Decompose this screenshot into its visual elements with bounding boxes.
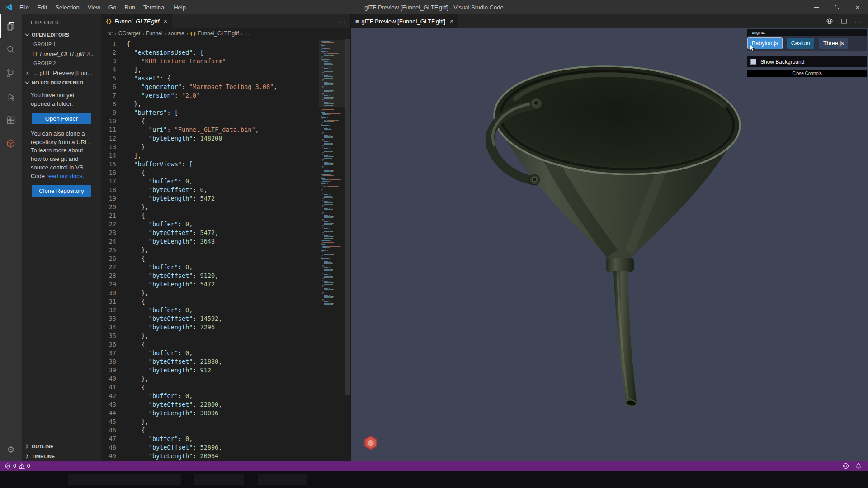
inspector-globe-icon[interactable] (826, 17, 834, 25)
code-line[interactable]: "buffer": 0, (127, 220, 350, 229)
line-number[interactable]: 31 (101, 297, 116, 306)
show-background-row[interactable]: Show Background (747, 56, 867, 67)
line-number[interactable]: 23 (101, 229, 116, 237)
menu-help[interactable]: Help (170, 0, 190, 14)
code-line[interactable]: { (127, 169, 350, 177)
code-line[interactable]: "buffer": 0, (127, 392, 350, 400)
code-line[interactable]: "buffer": 0, (127, 435, 350, 443)
notifications-bell-icon[interactable] (855, 463, 862, 469)
activitybar-source-control[interactable] (0, 61, 22, 85)
line-number[interactable]: 40 (101, 375, 116, 383)
line-number[interactable]: 49 (101, 452, 116, 460)
breadcrumb-item[interactable]: CGtarget (118, 30, 141, 37)
code-line[interactable]: "byteLength": 148200 (127, 134, 350, 143)
activitybar-gltf-tools[interactable] (0, 132, 22, 155)
split-editor-icon[interactable] (840, 17, 848, 25)
close-window-button[interactable]: × (847, 0, 868, 14)
line-number[interactable]: 21 (101, 211, 116, 220)
breadcrumb[interactable]: x:›CGtarget›Funnel›sourse›{}Funnel_GLTF.… (101, 28, 350, 39)
code-line[interactable]: "byteLength": 20064 (127, 452, 350, 460)
windows-taskbar[interactable] (0, 471, 868, 488)
engine-button-cesium[interactable]: Cesium (787, 38, 814, 49)
code-line[interactable]: { (127, 426, 350, 435)
activitybar-extensions[interactable] (0, 108, 22, 132)
code-line[interactable]: }, (127, 246, 350, 254)
code-line[interactable]: "byteLength": 30096 (127, 409, 350, 418)
code-line[interactable]: "byteOffset": 0, (127, 186, 350, 194)
close-controls-button[interactable]: Close Controls (747, 70, 867, 77)
minimize-button[interactable] (806, 0, 826, 14)
open-folder-button[interactable]: Open Folder (32, 113, 91, 124)
line-number[interactable]: 46 (101, 426, 116, 435)
tab-gltf-preview[interactable]: ≡ glTF Preview [Funnel_GLTF.gltf] × (351, 14, 458, 28)
code-line[interactable]: "byteOffset": 9120, (127, 272, 350, 280)
engine-button-threejs[interactable]: Three.js (819, 38, 848, 49)
code-line[interactable]: "byteOffset": 21888, (127, 357, 350, 366)
line-number[interactable]: 48 (101, 443, 116, 452)
more-actions-icon[interactable]: ··· (339, 14, 346, 28)
code-line[interactable]: "byteOffset": 14592, (127, 314, 350, 323)
breadcrumb-item[interactable]: sourse (168, 30, 184, 37)
menu-run[interactable]: Run (120, 0, 139, 14)
code-line[interactable]: "generator": "Marmoset Toolbag 3.08", (127, 83, 350, 91)
code-line[interactable]: "uri": "Funnel_GLTF_data.bin", (127, 126, 350, 134)
outline-header[interactable]: OUTLINE (22, 441, 101, 451)
line-number[interactable]: 12 (101, 134, 116, 143)
scrollbar-thumb[interactable] (345, 39, 350, 395)
problems-status[interactable]: 0 0 (5, 463, 30, 469)
line-number[interactable]: 1 (101, 40, 116, 48)
show-background-checkbox[interactable] (750, 59, 756, 65)
line-number[interactable]: 34 (101, 323, 116, 332)
menu-edit[interactable]: Edit (33, 0, 51, 14)
code-line[interactable]: }, (127, 100, 350, 108)
line-number[interactable]: 8 (101, 100, 116, 108)
line-number[interactable]: 15 (101, 160, 116, 169)
minimap-slider[interactable] (319, 40, 346, 107)
code-line[interactable]: } (127, 143, 350, 151)
code-line[interactable]: }, (127, 203, 350, 211)
line-number[interactable]: 29 (101, 280, 116, 289)
code-line[interactable]: "KHR_texture_transform" (127, 57, 350, 66)
close-tab-icon[interactable]: × (450, 18, 453, 25)
code-line[interactable]: }, (127, 418, 350, 426)
code-line[interactable]: "byteLength": 912 (127, 366, 350, 375)
menu-file[interactable]: File (15, 0, 33, 14)
line-number[interactable]: 43 (101, 400, 116, 409)
breadcrumb-item[interactable]: Funnel (146, 30, 163, 37)
line-number[interactable]: 37 (101, 349, 116, 357)
line-number[interactable]: 4 (101, 66, 116, 74)
restore-button[interactable] (826, 0, 847, 14)
open-editor-item-funnel-gltf[interactable]: {} Funnel_GLTF.gltf X... (22, 49, 101, 59)
menu-view[interactable]: View (84, 0, 104, 14)
clone-repository-button[interactable]: Clone Repository (32, 185, 91, 197)
code-content[interactable]: { "extensionsUsed": [ "KHR_texture_trans… (127, 40, 350, 461)
menu-selection[interactable]: Selection (51, 0, 83, 14)
line-number[interactable]: 5 (101, 74, 116, 83)
line-number[interactable]: 11 (101, 126, 116, 134)
gltf-preview-canvas[interactable]: engine: Babylon.jsCesiumThree.js Show Ba… (351, 28, 868, 461)
line-number[interactable]: 10 (101, 117, 116, 126)
line-number[interactable]: 45 (101, 418, 116, 426)
code-line[interactable]: "byteOffset": 22800, (127, 400, 350, 409)
code-line[interactable]: "byteLength": 5472 (127, 194, 350, 203)
line-number[interactable]: 38 (101, 357, 116, 366)
code-line[interactable]: "asset": { (127, 74, 350, 83)
code-line[interactable]: ], (127, 66, 350, 74)
tab-funnel-gltf[interactable]: {} Funnel_GLTF.gltf × (101, 14, 172, 28)
code-line[interactable]: }, (127, 289, 350, 297)
line-number[interactable]: 6 (101, 83, 116, 91)
code-line[interactable]: { (127, 383, 350, 392)
line-number[interactable]: 25 (101, 246, 116, 254)
open-editors-header[interactable]: OPEN EDITORS (22, 30, 101, 40)
code-line[interactable]: "byteLength": 3648 (127, 237, 350, 246)
line-number[interactable]: 24 (101, 237, 116, 246)
manage-gear-button[interactable]: ⚙ (0, 439, 22, 460)
editor-scrollbar[interactable] (345, 39, 350, 461)
line-number[interactable]: 42 (101, 392, 116, 400)
minimap[interactable] (321, 40, 345, 461)
line-number[interactable]: 41 (101, 383, 116, 392)
code-line[interactable]: "buffer": 0, (127, 306, 350, 314)
code-line[interactable]: "byteLength": 7296 (127, 323, 350, 332)
line-number[interactable]: 3 (101, 57, 116, 66)
line-numbers[interactable]: 1234567891011121314151617181920212223242… (101, 40, 127, 461)
